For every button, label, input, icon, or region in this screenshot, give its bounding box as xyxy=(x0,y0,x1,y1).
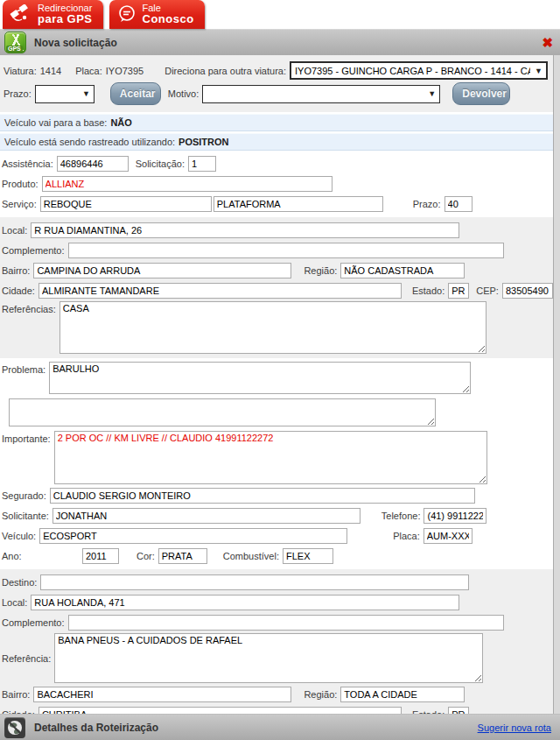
redirect-gps-button[interactable]: Redirecionar para GPS xyxy=(3,0,103,29)
top-toolbar: Redirecionar para GPS Fale Conosco xyxy=(0,0,560,29)
dest-complemento-input[interactable] xyxy=(68,615,504,631)
servico-type-input[interactable] xyxy=(214,196,383,212)
contact-us-button[interactable]: Fale Conosco xyxy=(109,0,205,29)
new-request-window: Redirecionar para GPS Fale Conosco xyxy=(0,0,560,740)
ano-input[interactable] xyxy=(82,548,119,564)
dest-regiao-input[interactable] xyxy=(340,687,465,702)
chat-bubble-icon xyxy=(116,4,137,26)
dispatch-section: Viatura: 1414 Placa: IYO7395 Direciona p… xyxy=(0,55,553,112)
veiculo-label: Veículo: xyxy=(2,531,36,541)
prazo-label: Prazo: xyxy=(413,199,441,209)
dest-local-label: Local: xyxy=(2,597,27,608)
destino-input[interactable] xyxy=(40,574,469,590)
prazo-select-label: Prazo: xyxy=(4,88,32,99)
chevron-down-icon xyxy=(535,67,542,75)
combustivel-input[interactable] xyxy=(283,548,333,564)
ano-label: Ano: xyxy=(2,551,82,561)
satellite-icon xyxy=(10,4,32,25)
placa-value: IYO7395 xyxy=(106,66,144,76)
telefone-label: Telefone: xyxy=(382,511,421,521)
produto-input[interactable] xyxy=(42,176,332,192)
chevron-down-icon xyxy=(82,89,90,98)
produto-label: Produto: xyxy=(2,179,38,189)
dest-bairro-input[interactable] xyxy=(33,687,291,702)
solicitacao-label: Solicitação: xyxy=(136,159,185,169)
origin-regiao-input[interactable] xyxy=(340,263,465,278)
tracking-info-label: Veículo está sendo rastreado utilizando: xyxy=(4,137,175,147)
suggest-route-link[interactable]: Sugerir nova rota xyxy=(478,722,551,733)
solicitante-label: Solicitante: xyxy=(2,511,49,521)
segurado-input[interactable] xyxy=(50,488,475,504)
extra-notes-textarea[interactable] xyxy=(9,398,436,426)
origin-referencias-textarea[interactable]: CASA xyxy=(60,301,486,354)
assistencia-input[interactable] xyxy=(57,156,129,172)
destino-label: Destino: xyxy=(2,577,37,588)
servico-input[interactable] xyxy=(40,196,212,212)
contact-line2: Conosco xyxy=(143,13,194,25)
importante-textarea[interactable]: 2 POR OC // KM LIVRE // CLAUDIO 41991122… xyxy=(54,431,487,484)
tracking-info-value: POSITRON xyxy=(178,137,228,147)
vehicle-placa-input[interactable] xyxy=(424,528,472,544)
servico-label: Serviço: xyxy=(2,199,37,209)
origin-cep-input[interactable] xyxy=(502,283,553,299)
prazo-input[interactable] xyxy=(444,196,472,212)
dest-referencia-textarea[interactable]: BANA PNEUS - A CUIDADOS DE RAFAEL xyxy=(54,633,483,683)
origin-section: Local: Complemento: Bairro: Região: Cida… xyxy=(0,217,553,358)
routing-footer-bar: Detalhes da Roteirização Sugerir nova ro… xyxy=(0,714,560,740)
redirect-gps-line2: para GPS xyxy=(38,13,93,25)
solicitacao-input[interactable] xyxy=(188,156,216,172)
dest-referencia-label: Referência: xyxy=(2,653,51,664)
origin-cep-label: CEP: xyxy=(476,285,499,296)
placa-label: Placa: xyxy=(75,66,102,76)
origin-regiao-label: Região: xyxy=(304,265,337,276)
vehicle-placa-label: Placa: xyxy=(393,531,420,541)
origin-referencias-label: Referências: xyxy=(2,301,56,314)
motivo-select[interactable] xyxy=(202,85,440,103)
problema-label: Problema: xyxy=(2,362,46,375)
chevron-down-icon xyxy=(428,89,436,98)
base-info-value: NÃO xyxy=(110,117,131,128)
accept-button[interactable]: Aceitar xyxy=(110,82,161,105)
origin-local-input[interactable] xyxy=(31,222,459,238)
dest-bairro-label: Bairro: xyxy=(2,689,30,700)
dest-regiao-label: Região: xyxy=(304,689,337,700)
cor-label: Cor: xyxy=(136,551,155,561)
dest-local-input[interactable] xyxy=(31,595,459,610)
tracking-info-bar: Veículo está sendo rastreado utilizando:… xyxy=(0,133,553,151)
close-icon[interactable]: ✖ xyxy=(542,36,553,49)
redirect-vehicle-select[interactable]: IYO7395 - GUINCHO CARGA P - BRANCO - 141… xyxy=(290,61,548,80)
base-info-bar: Veículo vai para a base: NÃO xyxy=(0,114,553,131)
origin-bairro-label: Bairro: xyxy=(2,265,30,276)
veiculo-input[interactable] xyxy=(39,528,347,544)
motivo-label: Motivo: xyxy=(168,88,199,99)
request-section: Assistência: Solicitação: Produto: Servi… xyxy=(0,151,553,217)
origin-cidade-input[interactable] xyxy=(38,283,402,299)
cor-input[interactable] xyxy=(158,548,207,564)
problema-textarea[interactable]: BARULHO xyxy=(49,362,471,394)
routing-details-title: Detalhes da Roteirização xyxy=(34,722,158,734)
globe-icon xyxy=(4,717,25,738)
origin-complemento-label: Complemento: xyxy=(2,245,65,256)
origin-estado-label: Estado: xyxy=(412,285,444,296)
viatura-label: Viatura: xyxy=(4,66,37,76)
destination-section: Destino: Local: Complemento: Referência:… xyxy=(0,569,553,728)
solicitante-input[interactable] xyxy=(52,508,360,524)
combustivel-label: Combustível: xyxy=(223,551,279,561)
origin-bairro-input[interactable] xyxy=(33,263,291,278)
dest-complemento-label: Complemento: xyxy=(2,617,65,628)
viatura-value: 1414 xyxy=(40,66,61,76)
gps-app-icon: GPS xyxy=(4,32,26,53)
origin-estado-input[interactable] xyxy=(448,283,469,299)
prazo-select[interactable] xyxy=(35,85,94,103)
telefone-input[interactable] xyxy=(424,508,486,524)
origin-complemento-input[interactable] xyxy=(68,243,504,258)
redirect-vehicle-label: Direciona para outra viatura: xyxy=(164,66,286,76)
return-button[interactable]: Devolver xyxy=(452,82,510,105)
dialog-title: Nova solicitação xyxy=(34,37,117,49)
window-edge xyxy=(553,55,560,714)
redirect-vehicle-selected: IYO7395 - GUINCHO CARGA P - BRANCO - 141… xyxy=(295,66,530,76)
segurado-label: Segurado: xyxy=(2,490,46,501)
details-section: Problema: BARULHO Importante: 2 POR OC /… xyxy=(0,358,553,569)
origin-cidade-label: Cidade: xyxy=(2,285,35,296)
origin-local-label: Local: xyxy=(2,225,27,236)
